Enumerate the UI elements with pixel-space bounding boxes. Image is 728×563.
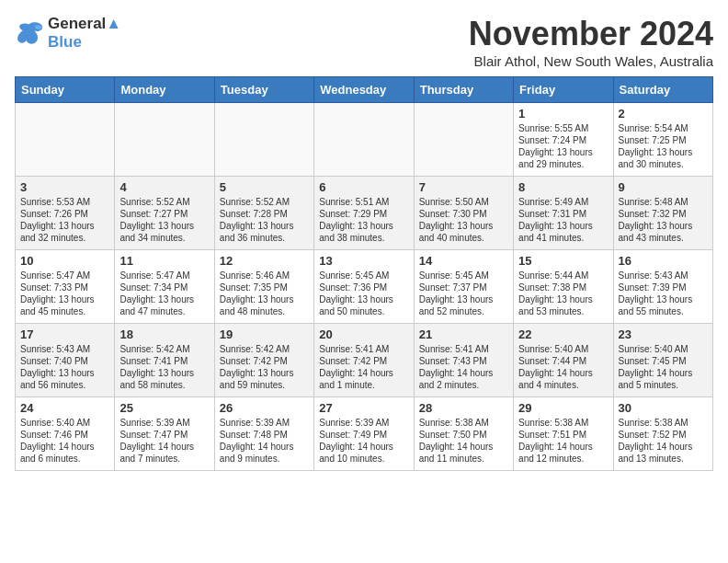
day-info: Sunset: 7:29 PM bbox=[319, 208, 408, 220]
day-info: Sunrise: 5:40 AM bbox=[518, 343, 608, 355]
day-info: Sunset: 7:32 PM bbox=[619, 208, 708, 220]
day-info: Sunset: 7:41 PM bbox=[119, 355, 209, 367]
day-info: Sunrise: 5:41 AM bbox=[319, 343, 408, 355]
day-info: Sunrise: 5:49 AM bbox=[518, 196, 608, 208]
calendar-cell: 8Sunrise: 5:49 AMSunset: 7:31 PMDaylight… bbox=[514, 177, 613, 250]
day-info: Daylight: 13 hours and 45 minutes. bbox=[20, 293, 109, 317]
day-info: Sunset: 7:37 PM bbox=[419, 282, 508, 293]
calendar-table: SundayMondayTuesdayWednesdayThursdayFrid… bbox=[15, 76, 713, 471]
day-info: Sunset: 7:33 PM bbox=[20, 282, 109, 293]
header-row: SundayMondayTuesdayWednesdayThursdayFrid… bbox=[16, 77, 713, 103]
day-number: 4 bbox=[119, 180, 209, 194]
day-number: 22 bbox=[518, 327, 608, 341]
day-info: Daylight: 13 hours and 32 minutes. bbox=[20, 220, 109, 244]
day-info: Daylight: 13 hours and 56 minutes. bbox=[20, 367, 109, 391]
day-number: 29 bbox=[518, 401, 608, 415]
day-number: 23 bbox=[619, 327, 708, 341]
day-number: 11 bbox=[119, 254, 209, 268]
logo-text: General▲ Blue bbox=[48, 15, 121, 52]
day-info: Sunrise: 5:48 AM bbox=[619, 196, 708, 208]
day-number: 14 bbox=[419, 254, 508, 268]
day-number: 9 bbox=[619, 180, 708, 194]
calendar-cell: 14Sunrise: 5:45 AMSunset: 7:37 PMDayligh… bbox=[414, 250, 513, 324]
day-info: Daylight: 13 hours and 36 minutes. bbox=[220, 220, 309, 244]
day-number: 12 bbox=[220, 254, 309, 268]
calendar-cell: 12Sunrise: 5:46 AMSunset: 7:35 PMDayligh… bbox=[214, 250, 313, 324]
day-info: Sunrise: 5:38 AM bbox=[518, 417, 608, 429]
header-day-monday: Monday bbox=[115, 77, 214, 103]
day-info: Sunset: 7:27 PM bbox=[119, 208, 209, 220]
day-number: 3 bbox=[20, 180, 109, 194]
day-info: Sunrise: 5:55 AM bbox=[518, 122, 608, 134]
day-number: 26 bbox=[220, 401, 309, 415]
day-number: 6 bbox=[319, 180, 408, 194]
day-info: Daylight: 14 hours and 2 minutes. bbox=[419, 367, 508, 391]
calendar-week-3: 10Sunrise: 5:47 AMSunset: 7:33 PMDayligh… bbox=[16, 250, 713, 324]
logo-icon bbox=[15, 20, 44, 46]
header-day-saturday: Saturday bbox=[613, 77, 712, 103]
calendar-cell bbox=[414, 103, 513, 177]
month-title: November 2024 bbox=[469, 15, 713, 53]
day-number: 25 bbox=[119, 401, 209, 415]
logo: General▲ Blue bbox=[15, 15, 121, 52]
day-number: 18 bbox=[119, 327, 209, 341]
calendar-cell bbox=[314, 103, 414, 177]
day-info: Sunrise: 5:41 AM bbox=[419, 343, 508, 355]
day-info: Sunrise: 5:52 AM bbox=[220, 196, 309, 208]
day-info: Sunset: 7:47 PM bbox=[119, 429, 209, 441]
day-info: Sunset: 7:42 PM bbox=[220, 355, 309, 367]
day-info: Sunset: 7:43 PM bbox=[419, 355, 508, 367]
day-info: Sunrise: 5:39 AM bbox=[119, 417, 209, 429]
day-info: Daylight: 13 hours and 52 minutes. bbox=[419, 293, 508, 317]
calendar-cell: 29Sunrise: 5:38 AMSunset: 7:51 PMDayligh… bbox=[514, 397, 613, 471]
calendar-week-4: 17Sunrise: 5:43 AMSunset: 7:40 PMDayligh… bbox=[16, 324, 713, 397]
day-info: Daylight: 13 hours and 50 minutes. bbox=[319, 293, 408, 317]
calendar-cell: 1Sunrise: 5:55 AMSunset: 7:24 PMDaylight… bbox=[514, 103, 613, 177]
calendar-cell: 28Sunrise: 5:38 AMSunset: 7:50 PMDayligh… bbox=[414, 397, 513, 471]
day-info: Sunrise: 5:45 AM bbox=[419, 270, 508, 282]
day-info: Daylight: 13 hours and 34 minutes. bbox=[119, 220, 209, 244]
calendar-cell: 21Sunrise: 5:41 AMSunset: 7:43 PMDayligh… bbox=[414, 324, 513, 397]
calendar-cell: 19Sunrise: 5:42 AMSunset: 7:42 PMDayligh… bbox=[214, 324, 313, 397]
day-number: 19 bbox=[220, 327, 309, 341]
calendar-cell: 17Sunrise: 5:43 AMSunset: 7:40 PMDayligh… bbox=[16, 324, 115, 397]
day-info: Sunrise: 5:53 AM bbox=[20, 196, 109, 208]
day-info: Daylight: 13 hours and 29 minutes. bbox=[518, 146, 608, 170]
day-info: Sunrise: 5:39 AM bbox=[220, 417, 309, 429]
day-info: Sunset: 7:52 PM bbox=[619, 429, 708, 441]
day-info: Daylight: 13 hours and 41 minutes. bbox=[518, 220, 608, 244]
day-info: Sunset: 7:31 PM bbox=[518, 208, 608, 220]
day-info: Daylight: 14 hours and 6 minutes. bbox=[20, 441, 109, 465]
calendar-cell: 16Sunrise: 5:43 AMSunset: 7:39 PMDayligh… bbox=[613, 250, 712, 324]
day-info: Sunrise: 5:50 AM bbox=[419, 196, 508, 208]
day-info: Daylight: 14 hours and 4 minutes. bbox=[518, 367, 608, 391]
day-info: Daylight: 14 hours and 11 minutes. bbox=[419, 441, 508, 465]
day-info: Sunset: 7:38 PM bbox=[518, 282, 608, 293]
day-info: Daylight: 13 hours and 40 minutes. bbox=[419, 220, 508, 244]
header-day-tuesday: Tuesday bbox=[214, 77, 313, 103]
location-title: Blair Athol, New South Wales, Australia bbox=[469, 53, 713, 69]
day-info: Sunset: 7:49 PM bbox=[319, 429, 408, 441]
day-info: Sunset: 7:50 PM bbox=[419, 429, 508, 441]
header-day-friday: Friday bbox=[514, 77, 613, 103]
calendar-cell: 22Sunrise: 5:40 AMSunset: 7:44 PMDayligh… bbox=[514, 324, 613, 397]
day-info: Daylight: 13 hours and 59 minutes. bbox=[220, 367, 309, 391]
day-number: 28 bbox=[419, 401, 508, 415]
day-info: Daylight: 13 hours and 38 minutes. bbox=[319, 220, 408, 244]
calendar-cell: 9Sunrise: 5:48 AMSunset: 7:32 PMDaylight… bbox=[613, 177, 712, 250]
day-info: Sunset: 7:36 PM bbox=[319, 282, 408, 293]
day-info: Daylight: 14 hours and 10 minutes. bbox=[319, 441, 408, 465]
day-info: Sunset: 7:51 PM bbox=[518, 429, 608, 441]
header-day-sunday: Sunday bbox=[16, 77, 115, 103]
day-info: Sunrise: 5:42 AM bbox=[220, 343, 309, 355]
day-info: Sunrise: 5:52 AM bbox=[119, 196, 209, 208]
day-info: Daylight: 13 hours and 53 minutes. bbox=[518, 293, 608, 317]
day-number: 5 bbox=[220, 180, 309, 194]
day-info: Sunset: 7:25 PM bbox=[619, 134, 708, 146]
calendar-cell: 25Sunrise: 5:39 AMSunset: 7:47 PMDayligh… bbox=[115, 397, 214, 471]
day-info: Sunrise: 5:51 AM bbox=[319, 196, 408, 208]
day-info: Sunset: 7:45 PM bbox=[619, 355, 708, 367]
day-number: 2 bbox=[619, 107, 708, 121]
day-info: Sunset: 7:39 PM bbox=[619, 282, 708, 293]
day-info: Sunrise: 5:45 AM bbox=[319, 270, 408, 282]
